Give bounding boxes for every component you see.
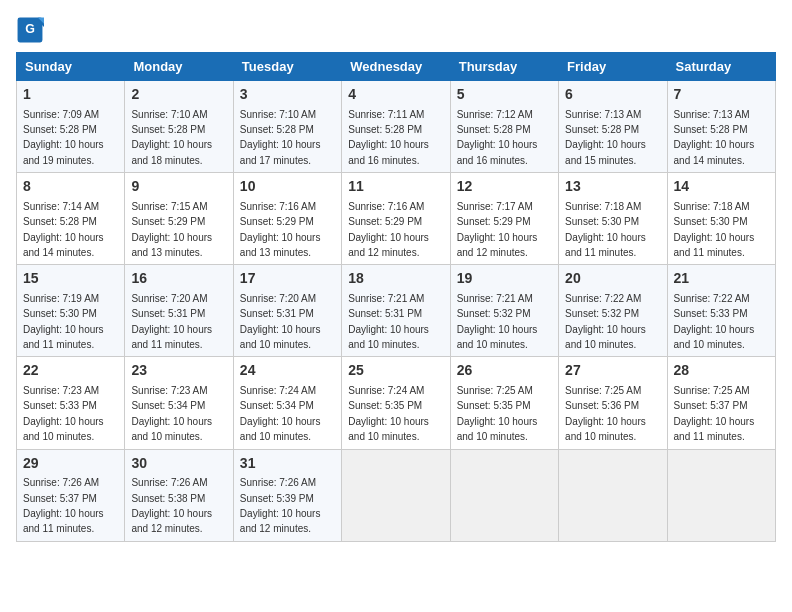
calendar-week-5: 29 Sunrise: 7:26 AMSunset: 5:37 PMDaylig… [17,449,776,541]
day-number: 16 [131,269,226,289]
day-number: 4 [348,85,443,105]
calendar-cell: 3 Sunrise: 7:10 AMSunset: 5:28 PMDayligh… [233,81,341,173]
day-number: 15 [23,269,118,289]
calendar-cell: 4 Sunrise: 7:11 AMSunset: 5:28 PMDayligh… [342,81,450,173]
calendar-week-3: 15 Sunrise: 7:19 AMSunset: 5:30 PMDaylig… [17,265,776,357]
day-info: Sunrise: 7:19 AMSunset: 5:30 PMDaylight:… [23,293,104,350]
day-info: Sunrise: 7:13 AMSunset: 5:28 PMDaylight:… [674,109,755,166]
day-info: Sunrise: 7:16 AMSunset: 5:29 PMDaylight:… [348,201,429,258]
day-info: Sunrise: 7:24 AMSunset: 5:34 PMDaylight:… [240,385,321,442]
day-number: 26 [457,361,552,381]
day-number: 29 [23,454,118,474]
day-number: 25 [348,361,443,381]
day-info: Sunrise: 7:20 AMSunset: 5:31 PMDaylight:… [131,293,212,350]
day-number: 20 [565,269,660,289]
calendar-cell: 1 Sunrise: 7:09 AMSunset: 5:28 PMDayligh… [17,81,125,173]
calendar-cell: 24 Sunrise: 7:24 AMSunset: 5:34 PMDaylig… [233,357,341,449]
day-number: 13 [565,177,660,197]
weekday-header-row: SundayMondayTuesdayWednesdayThursdayFrid… [17,53,776,81]
day-info: Sunrise: 7:24 AMSunset: 5:35 PMDaylight:… [348,385,429,442]
day-info: Sunrise: 7:15 AMSunset: 5:29 PMDaylight:… [131,201,212,258]
day-number: 23 [131,361,226,381]
weekday-saturday: Saturday [667,53,775,81]
day-info: Sunrise: 7:12 AMSunset: 5:28 PMDaylight:… [457,109,538,166]
day-number: 2 [131,85,226,105]
page-header: G [16,16,776,44]
calendar-cell: 26 Sunrise: 7:25 AMSunset: 5:35 PMDaylig… [450,357,558,449]
day-number: 21 [674,269,769,289]
calendar-cell: 17 Sunrise: 7:20 AMSunset: 5:31 PMDaylig… [233,265,341,357]
calendar-week-4: 22 Sunrise: 7:23 AMSunset: 5:33 PMDaylig… [17,357,776,449]
calendar-cell [559,449,667,541]
calendar-cell: 23 Sunrise: 7:23 AMSunset: 5:34 PMDaylig… [125,357,233,449]
day-info: Sunrise: 7:23 AMSunset: 5:33 PMDaylight:… [23,385,104,442]
day-number: 5 [457,85,552,105]
calendar-cell: 13 Sunrise: 7:18 AMSunset: 5:30 PMDaylig… [559,173,667,265]
calendar-cell: 28 Sunrise: 7:25 AMSunset: 5:37 PMDaylig… [667,357,775,449]
calendar-cell: 25 Sunrise: 7:24 AMSunset: 5:35 PMDaylig… [342,357,450,449]
calendar-cell [342,449,450,541]
day-info: Sunrise: 7:16 AMSunset: 5:29 PMDaylight:… [240,201,321,258]
calendar-cell: 22 Sunrise: 7:23 AMSunset: 5:33 PMDaylig… [17,357,125,449]
day-info: Sunrise: 7:11 AMSunset: 5:28 PMDaylight:… [348,109,429,166]
svg-text:G: G [25,22,35,36]
calendar-cell: 6 Sunrise: 7:13 AMSunset: 5:28 PMDayligh… [559,81,667,173]
day-info: Sunrise: 7:14 AMSunset: 5:28 PMDaylight:… [23,201,104,258]
day-number: 30 [131,454,226,474]
weekday-wednesday: Wednesday [342,53,450,81]
day-number: 27 [565,361,660,381]
day-number: 10 [240,177,335,197]
calendar-cell: 14 Sunrise: 7:18 AMSunset: 5:30 PMDaylig… [667,173,775,265]
calendar-cell: 8 Sunrise: 7:14 AMSunset: 5:28 PMDayligh… [17,173,125,265]
day-info: Sunrise: 7:25 AMSunset: 5:36 PMDaylight:… [565,385,646,442]
calendar-cell: 7 Sunrise: 7:13 AMSunset: 5:28 PMDayligh… [667,81,775,173]
weekday-monday: Monday [125,53,233,81]
calendar-cell: 12 Sunrise: 7:17 AMSunset: 5:29 PMDaylig… [450,173,558,265]
day-info: Sunrise: 7:23 AMSunset: 5:34 PMDaylight:… [131,385,212,442]
day-number: 12 [457,177,552,197]
day-info: Sunrise: 7:26 AMSunset: 5:39 PMDaylight:… [240,477,321,534]
weekday-tuesday: Tuesday [233,53,341,81]
day-info: Sunrise: 7:18 AMSunset: 5:30 PMDaylight:… [674,201,755,258]
day-number: 31 [240,454,335,474]
day-info: Sunrise: 7:18 AMSunset: 5:30 PMDaylight:… [565,201,646,258]
day-number: 3 [240,85,335,105]
calendar-cell [450,449,558,541]
calendar-cell: 11 Sunrise: 7:16 AMSunset: 5:29 PMDaylig… [342,173,450,265]
day-number: 6 [565,85,660,105]
day-info: Sunrise: 7:26 AMSunset: 5:38 PMDaylight:… [131,477,212,534]
day-info: Sunrise: 7:22 AMSunset: 5:32 PMDaylight:… [565,293,646,350]
calendar-body: 1 Sunrise: 7:09 AMSunset: 5:28 PMDayligh… [17,81,776,542]
logo-icon: G [16,16,44,44]
day-number: 14 [674,177,769,197]
day-info: Sunrise: 7:22 AMSunset: 5:33 PMDaylight:… [674,293,755,350]
calendar-cell: 27 Sunrise: 7:25 AMSunset: 5:36 PMDaylig… [559,357,667,449]
weekday-friday: Friday [559,53,667,81]
day-info: Sunrise: 7:20 AMSunset: 5:31 PMDaylight:… [240,293,321,350]
day-info: Sunrise: 7:21 AMSunset: 5:32 PMDaylight:… [457,293,538,350]
day-number: 24 [240,361,335,381]
calendar-week-1: 1 Sunrise: 7:09 AMSunset: 5:28 PMDayligh… [17,81,776,173]
calendar-cell: 20 Sunrise: 7:22 AMSunset: 5:32 PMDaylig… [559,265,667,357]
day-info: Sunrise: 7:13 AMSunset: 5:28 PMDaylight:… [565,109,646,166]
day-info: Sunrise: 7:09 AMSunset: 5:28 PMDaylight:… [23,109,104,166]
calendar-table: SundayMondayTuesdayWednesdayThursdayFrid… [16,52,776,542]
calendar-cell: 21 Sunrise: 7:22 AMSunset: 5:33 PMDaylig… [667,265,775,357]
calendar-cell: 2 Sunrise: 7:10 AMSunset: 5:28 PMDayligh… [125,81,233,173]
weekday-thursday: Thursday [450,53,558,81]
day-number: 17 [240,269,335,289]
day-info: Sunrise: 7:10 AMSunset: 5:28 PMDaylight:… [131,109,212,166]
day-number: 18 [348,269,443,289]
day-info: Sunrise: 7:26 AMSunset: 5:37 PMDaylight:… [23,477,104,534]
day-number: 28 [674,361,769,381]
day-number: 19 [457,269,552,289]
day-info: Sunrise: 7:25 AMSunset: 5:37 PMDaylight:… [674,385,755,442]
day-number: 7 [674,85,769,105]
calendar-cell: 9 Sunrise: 7:15 AMSunset: 5:29 PMDayligh… [125,173,233,265]
calendar-week-2: 8 Sunrise: 7:14 AMSunset: 5:28 PMDayligh… [17,173,776,265]
calendar-cell: 16 Sunrise: 7:20 AMSunset: 5:31 PMDaylig… [125,265,233,357]
day-info: Sunrise: 7:21 AMSunset: 5:31 PMDaylight:… [348,293,429,350]
day-number: 9 [131,177,226,197]
weekday-sunday: Sunday [17,53,125,81]
day-info: Sunrise: 7:10 AMSunset: 5:28 PMDaylight:… [240,109,321,166]
